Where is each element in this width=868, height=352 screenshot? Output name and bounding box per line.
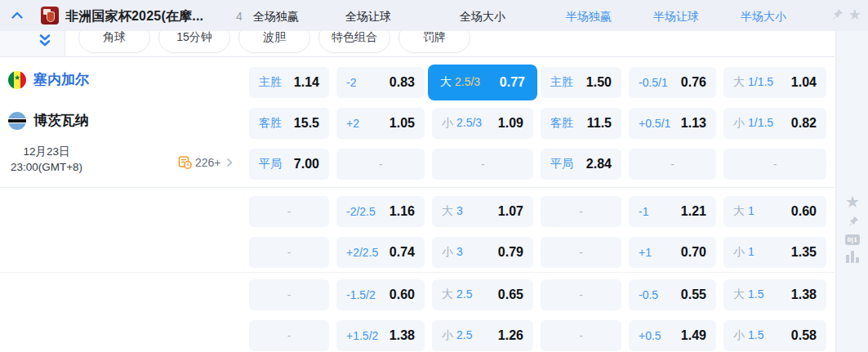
odds-cell[interactable]: -2/2.51.16 <box>336 196 425 227</box>
odds-cell[interactable]: 平局7.00 <box>249 149 329 180</box>
tab-halftime-1x2[interactable]: 半场独赢 <box>566 10 612 25</box>
empty-odds-dash: - <box>287 329 292 342</box>
odds-cell[interactable]: -1.5/20.60 <box>336 279 425 310</box>
odds-label: 平局 <box>550 157 573 172</box>
odds-value: 15.5 <box>294 116 319 131</box>
odds-label: 大1.5 <box>733 287 763 302</box>
pin-icon[interactable] <box>830 7 844 22</box>
odds-label: -0.5/1 <box>639 76 668 89</box>
odds-cell[interactable]: 小30.79 <box>432 237 533 268</box>
chevron-right-icon <box>225 157 234 168</box>
away-team-name[interactable]: 博茨瓦纳 <box>33 111 89 130</box>
odds-label: 大1 <box>733 204 754 219</box>
odds-cell[interactable]: -20.83 <box>336 67 425 98</box>
stats-chart-icon[interactable] <box>846 251 859 263</box>
odds-cell-empty[interactable]: - <box>249 320 329 351</box>
odds-cell[interactable]: 客胜15.5 <box>249 108 329 139</box>
odds-value: 0.74 <box>389 245 415 260</box>
odds-value: 0.83 <box>389 75 415 90</box>
odds-grid-main: 主胜1.14-20.83大2.5/30.77主胜1.50-0.5/10.76大1… <box>249 67 826 180</box>
odds-cell-empty[interactable]: - <box>541 196 621 227</box>
odds-cell[interactable]: 小2.5/31.09 <box>432 108 533 139</box>
betting-odds-panel: 角球 15分钟 波胆 特色组合 罚牌 非洲国家杯2025(在摩... 4 全场独… <box>0 0 868 352</box>
odds-cell-empty[interactable]: - <box>249 196 329 227</box>
odds-cell[interactable]: -0.50.55 <box>629 279 716 310</box>
odds-cell[interactable]: 大2.5/30.77 <box>428 65 537 100</box>
odds-value: 1.04 <box>791 75 817 90</box>
odds-cell[interactable]: 主胜1.50 <box>541 67 621 98</box>
odds-cell-empty[interactable]: - <box>249 237 329 268</box>
odds-cell[interactable]: +2/2.50.74 <box>336 237 425 268</box>
odds-value: 0.58 <box>791 328 817 343</box>
odds-cell-empty[interactable]: - <box>541 279 621 310</box>
odds-cell-empty[interactable]: - <box>432 149 533 180</box>
odds-cell-empty[interactable]: - <box>629 149 716 180</box>
odds-cell-empty[interactable]: - <box>723 149 826 180</box>
odds-cell[interactable]: 大31.07 <box>432 196 533 227</box>
empty-odds-dash: - <box>670 158 674 171</box>
odds-label: +0.5/1 <box>639 117 670 130</box>
odds-cell-empty[interactable]: - <box>541 320 621 351</box>
odds-cell[interactable]: +1.5/21.38 <box>336 320 425 351</box>
odds-label: -2/2.5 <box>346 205 376 218</box>
zero-one-odds-icon[interactable]: 0|1 <box>845 234 860 245</box>
odds-cell-empty[interactable]: - <box>336 149 425 180</box>
more-markets-link[interactable]: 226+ <box>178 155 234 169</box>
odds-cell[interactable]: 小1/1.50.82 <box>723 108 826 139</box>
league-title[interactable]: 非洲国家杯2025(在摩... <box>65 8 203 25</box>
odds-cell[interactable]: +21.05 <box>336 108 425 139</box>
odds-value: 7.00 <box>294 157 319 172</box>
more-markets-count: 226+ <box>195 156 221 169</box>
odds-cell[interactable]: 大10.60 <box>723 196 826 227</box>
odds-label: 大1/1.5 <box>733 75 773 90</box>
double-chevron-down-icon[interactable] <box>38 33 51 47</box>
tab-fulltime-handicap[interactable]: 全场让球 <box>345 10 391 25</box>
odds-value: 1.14 <box>294 75 319 90</box>
odds-cell[interactable]: 客胜11.5 <box>541 108 621 139</box>
odds-cell[interactable]: 小1.50.58 <box>723 320 826 351</box>
odds-grid-alt-lines-2: --1.5/20.60大2.50.65--0.50.55大1.51.38-+1.… <box>249 279 826 351</box>
odds-value: 1.13 <box>681 116 706 131</box>
odds-cell[interactable]: 小11.35 <box>723 237 826 268</box>
tab-halftime-overunder[interactable]: 半场大小 <box>741 10 786 25</box>
match-time: 23:00(GMT+8) <box>0 159 93 175</box>
tab-fulltime-overunder[interactable]: 全场大小 <box>460 10 505 25</box>
home-team-name[interactable]: 塞内加尔 <box>33 70 89 89</box>
odds-label: +1 <box>639 246 652 259</box>
section-divider <box>0 187 835 188</box>
odds-label: 客胜 <box>259 116 282 131</box>
away-team-row[interactable]: 博茨瓦纳 <box>8 111 89 130</box>
odds-cell-empty[interactable]: - <box>249 279 329 310</box>
empty-odds-dash: - <box>579 329 583 342</box>
favorite-star-icon[interactable]: ★ <box>845 194 860 209</box>
odds-value: 1.09 <box>498 116 523 131</box>
collapse-chevron-icon[interactable] <box>10 8 24 23</box>
favorite-star-icon[interactable]: ★ <box>848 7 861 22</box>
odds-value: 0.55 <box>681 287 706 302</box>
pin-icon[interactable] <box>846 215 860 229</box>
home-team-row[interactable]: 塞内加尔 <box>8 70 89 89</box>
odds-label: +2/2.5 <box>346 246 378 259</box>
tab-fulltime-1x2[interactable]: 全场独赢 <box>253 10 299 25</box>
odds-cell[interactable]: 平局2.84 <box>541 149 621 180</box>
odds-cell[interactable]: 大1.51.38 <box>723 279 826 310</box>
odds-cell[interactable]: +0.5/11.13 <box>629 108 716 139</box>
odds-value: 1.07 <box>498 204 523 219</box>
odds-cell[interactable]: +0.51.49 <box>629 320 716 351</box>
odds-cell[interactable]: 小2.51.26 <box>432 320 533 351</box>
odds-label: 大3 <box>442 204 463 219</box>
odds-cell[interactable]: +10.70 <box>629 237 716 268</box>
odds-value: 1.21 <box>681 204 706 219</box>
odds-value: 0.60 <box>389 287 415 302</box>
tab-halftime-handicap[interactable]: 半场让球 <box>653 10 699 25</box>
odds-cell[interactable]: -11.21 <box>629 196 716 227</box>
odds-cell-empty[interactable]: - <box>541 237 621 268</box>
empty-odds-dash: - <box>579 246 583 259</box>
odds-cell[interactable]: -0.5/10.76 <box>629 67 716 98</box>
odds-cell[interactable]: 大2.50.65 <box>432 279 533 310</box>
odds-label: 小2.5 <box>442 328 472 343</box>
odds-value: 1.49 <box>681 328 706 343</box>
odds-cell[interactable]: 主胜1.14 <box>249 67 329 98</box>
odds-cell[interactable]: 大1/1.51.04 <box>723 67 826 98</box>
match-date: 12月23日 <box>0 144 93 159</box>
